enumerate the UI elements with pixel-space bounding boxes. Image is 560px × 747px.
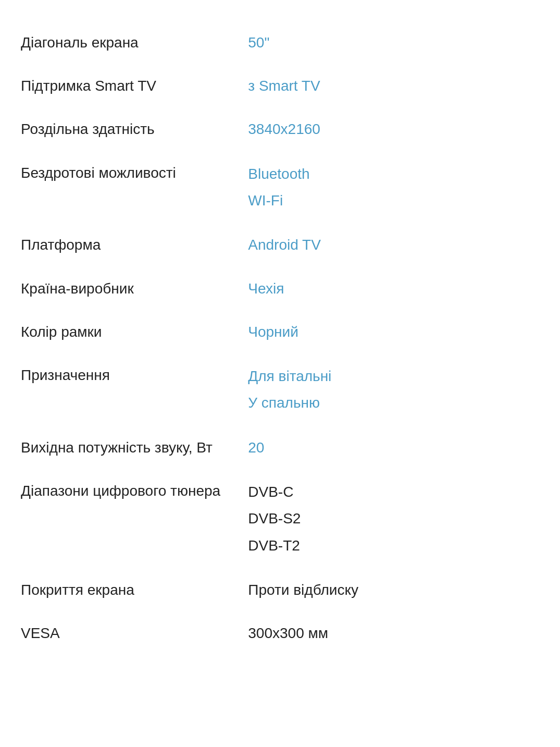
spec-value-platform: Android TV [238,223,544,266]
spec-row-frame-color: Колір рамкиЧорний [16,310,544,353]
spec-row-wireless: Бездротові можливостіBluetoothWI-Fi [16,151,544,224]
spec-value-sound-power: 20 [238,426,544,469]
spec-value-vesa: 300x300 мм [238,611,544,655]
spec-value-item: DVB-T2 [248,534,539,557]
spec-label-wireless: Бездротові можливості [16,151,238,224]
spec-label-platform: Платформа [16,223,238,266]
specs-table: Діагональ екрана50"Підтримка Smart TVз S… [16,21,544,655]
spec-row-purpose: ПризначенняДля вітальніУ спальню [16,353,544,426]
spec-value-item: Bluetooth [248,163,539,189]
spec-value-item: DVB-C [248,481,539,507]
spec-row-country: Країна-виробникЧехія [16,267,544,310]
spec-label-screen-coating: Покриття екрана [16,568,238,611]
spec-row-smart-tv: Підтримка Smart TVз Smart TV [16,64,544,107]
spec-row-resolution: Роздільна здатність3840x2160 [16,107,544,151]
spec-value-item: WI-Fi [248,189,539,212]
spec-row-platform: ПлатформаAndroid TV [16,223,544,266]
spec-label-diagonal: Діагональ екрана [16,21,238,64]
spec-value-item: У спальню [248,391,539,414]
spec-row-diagonal: Діагональ екрана50" [16,21,544,64]
spec-value-item: DVB-S2 [248,507,539,534]
spec-row-sound-power: Вихідна потужність звуку, Вт20 [16,426,544,469]
spec-value-smart-tv: з Smart TV [238,64,544,107]
spec-value-resolution: 3840x2160 [238,107,544,151]
spec-label-smart-tv: Підтримка Smart TV [16,64,238,107]
spec-row-vesa: VESA300x300 мм [16,611,544,655]
spec-label-resolution: Роздільна здатність [16,107,238,151]
spec-value-screen-coating: Проти відблиску [238,568,544,611]
spec-label-tuner: Діапазони цифрового тюнера [16,469,238,568]
spec-value-country: Чехія [238,267,544,310]
spec-value-purpose: Для вітальніУ спальню [238,353,544,426]
spec-value-frame-color: Чорний [238,310,544,353]
spec-label-frame-color: Колір рамки [16,310,238,353]
spec-value-item: Для вітальні [248,365,539,391]
spec-value-diagonal: 50" [238,21,544,64]
spec-value-tuner: DVB-CDVB-S2DVB-T2 [238,469,544,568]
spec-row-screen-coating: Покриття екранаПроти відблиску [16,568,544,611]
spec-label-vesa: VESA [16,611,238,655]
spec-value-wireless: BluetoothWI-Fi [238,151,544,224]
spec-label-purpose: Призначення [16,353,238,426]
spec-row-tuner: Діапазони цифрового тюнераDVB-CDVB-S2DVB… [16,469,544,568]
spec-label-country: Країна-виробник [16,267,238,310]
spec-label-sound-power: Вихідна потужність звуку, Вт [16,426,238,469]
